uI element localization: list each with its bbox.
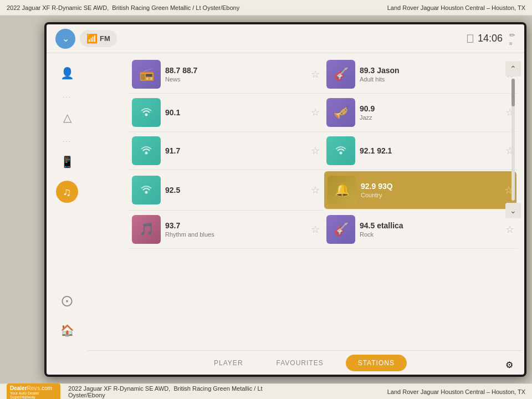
station-frequency: 89.3 Jason xyxy=(360,66,501,75)
sidebar-dots-1: ... xyxy=(63,92,71,99)
station-info: 88.7 88.7News xyxy=(165,66,306,83)
screen-bezel: ⌄ 📶 FM ⎕ 14:06 ✏ ≡ 👤 ... △ ... 📱 ♫ ⨀ 🏠 xyxy=(44,22,526,377)
settings-icon[interactable]: ⚙ xyxy=(505,360,513,370)
logo-text: Dealer xyxy=(10,385,27,391)
station-info: 94.5 etallicaRock xyxy=(360,221,501,238)
tab-stations[interactable]: STATIONS xyxy=(346,355,407,371)
scroll-up-button[interactable]: ⌃ xyxy=(505,61,521,76)
content-area: 📻88.7 88.7News☆🎸89.3 JasonAdult hits☆90.… xyxy=(88,55,522,348)
station-star-button[interactable]: ☆ xyxy=(311,184,320,196)
edit-icon[interactable]: ✏ xyxy=(509,31,515,39)
station-star-button[interactable]: ☆ xyxy=(311,145,320,157)
svg-point-0 xyxy=(145,114,148,116)
station-frequency: 90.1 xyxy=(165,108,306,117)
nav-icon[interactable]: △ xyxy=(56,106,78,129)
dealer-revs-logo: DealerRevs.com Your Auto Dealer SuperHig… xyxy=(7,383,60,400)
svg-point-3 xyxy=(145,191,148,194)
station-star-button[interactable]: ☆ xyxy=(311,106,320,119)
station-name: Jazz xyxy=(360,114,501,121)
station-frequency: 91.7 xyxy=(165,146,306,155)
station-item[interactable]: 📻88.7 88.7News☆ xyxy=(129,55,323,94)
station-star-button[interactable]: ☆ xyxy=(505,223,514,236)
station-frequency: 92.9 93Q xyxy=(361,182,500,191)
station-thumbnail: 🎺 xyxy=(326,98,355,127)
scroll-controls: ⌃ ⌄ xyxy=(505,61,521,218)
tab-favourites[interactable]: FAVOURITES xyxy=(265,355,335,371)
edit-controls: ✏ ≡ xyxy=(509,31,515,47)
station-frequency: 88.7 88.7 xyxy=(165,66,306,75)
station-info: 91.7 xyxy=(165,146,306,155)
list-icon[interactable]: ≡ xyxy=(509,40,515,47)
station-info: 90.1 xyxy=(165,108,306,117)
left-sidebar: 👤 ... △ ... 📱 ♫ ⨀ 🏠 xyxy=(49,55,85,348)
music-icon[interactable]: ♫ xyxy=(56,181,78,203)
station-thumbnail xyxy=(132,136,161,165)
station-frequency: 92.1 92.1 xyxy=(360,146,501,155)
station-star-button[interactable]: ☆ xyxy=(311,223,320,236)
station-item[interactable]: 90.1☆ xyxy=(129,94,323,132)
station-item[interactable]: 🎺90.9Jazz☆ xyxy=(323,94,518,132)
home-icon[interactable]: 🏠 xyxy=(56,319,78,341)
logo-tagline: Your Auto Dealer SuperHighway xyxy=(10,391,57,399)
fm-label: FM xyxy=(100,34,110,43)
scroll-track xyxy=(511,79,515,201)
station-item[interactable]: 🎵93.7Rhythm and blues☆ xyxy=(129,211,323,249)
station-thumbnail: 📻 xyxy=(132,60,161,89)
radio-waves-icon: 📶 xyxy=(86,33,98,44)
svg-point-2 xyxy=(340,152,342,155)
station-frequency: 90.9 xyxy=(360,104,501,113)
station-item[interactable]: 92.1 92.1☆ xyxy=(323,132,518,170)
scroll-knob[interactable] xyxy=(511,79,515,106)
logo-dot-com: .com xyxy=(40,385,52,391)
user-icon[interactable]: 👤 xyxy=(56,62,78,84)
bottom-bar: DealerRevs.com Your Auto Dealer SuperHig… xyxy=(0,383,532,399)
bottom-bar-left: DealerRevs.com Your Auto Dealer SuperHig… xyxy=(7,383,266,400)
station-info: 92.9 93QCountry xyxy=(361,182,500,198)
top-bar-title: 2022 Jaguar XF R-Dynamic SE AWD, British… xyxy=(7,4,266,11)
screen-header: ⌄ 📶 FM ⎕ 14:06 ✏ ≡ xyxy=(47,24,524,53)
station-info: 92.1 92.1 xyxy=(360,146,501,155)
svg-point-1 xyxy=(145,152,148,155)
tab-player[interactable]: PLAYER xyxy=(203,355,254,371)
station-item[interactable]: 🎸94.5 etallicaRock☆ xyxy=(323,211,518,249)
top-bar-dealer: Land Rover Jaguar Houston Central – Hous… xyxy=(266,4,525,11)
station-item[interactable]: 91.7☆ xyxy=(129,132,323,170)
station-item[interactable]: 🔔92.9 93QCountry☆ xyxy=(324,171,516,209)
station-frequency: 94.5 etallica xyxy=(360,221,501,230)
logo-text-2: Revs xyxy=(27,385,40,391)
sidebar-dots-2: ... xyxy=(63,136,71,143)
station-name: Rhythm and blues xyxy=(165,231,306,238)
bottom-tabs: PLAYER FAVOURITES STATIONS ⚙ xyxy=(88,350,522,375)
bottom-dealer: Land Rover Jaguar Houston Central – Hous… xyxy=(266,388,525,395)
apps-icon[interactable]: ⨀ xyxy=(56,289,78,311)
station-info: 90.9Jazz xyxy=(360,104,501,121)
station-info: 89.3 JasonAdult hits xyxy=(360,66,501,83)
station-item[interactable]: 🎸89.3 JasonAdult hits☆ xyxy=(323,55,518,94)
bottom-title: 2022 Jaguar XF R-Dynamic SE AWD, British… xyxy=(68,385,266,398)
station-star-button[interactable]: ☆ xyxy=(311,68,320,80)
station-info: 92.5 xyxy=(165,186,306,195)
station-name: Adult hits xyxy=(360,76,501,83)
grid-icon[interactable]: ⎕ xyxy=(467,33,473,44)
station-thumbnail: 🔔 xyxy=(328,176,356,204)
station-thumbnail: 🎸 xyxy=(326,60,355,89)
station-thumbnail: 🎸 xyxy=(326,215,355,244)
screen: ⌄ 📶 FM ⎕ 14:06 ✏ ≡ 👤 ... △ ... 📱 ♫ ⨀ 🏠 xyxy=(47,24,524,375)
station-item[interactable]: 92.5☆ xyxy=(129,170,323,211)
station-thumbnail xyxy=(326,136,355,165)
station-grid-wrapper: 📻88.7 88.7News☆🎸89.3 JasonAdult hits☆90.… xyxy=(124,55,522,348)
down-button[interactable]: ⌄ xyxy=(55,29,75,49)
phone-icon[interactable]: 📱 xyxy=(56,151,78,173)
station-info: 93.7Rhythm and blues xyxy=(165,221,306,238)
station-frequency: 92.5 xyxy=(165,186,306,195)
scroll-down-button[interactable]: ⌄ xyxy=(505,203,521,218)
clock-display: 14:06 xyxy=(478,33,503,44)
station-list: 📻88.7 88.7News☆🎸89.3 JasonAdult hits☆90.… xyxy=(124,55,522,253)
station-thumbnail: 🎵 xyxy=(132,215,161,244)
top-bar: 2022 Jaguar XF R-Dynamic SE AWD, British… xyxy=(0,0,532,16)
station-thumbnail xyxy=(132,98,161,127)
radio-mode-selector[interactable]: 📶 FM xyxy=(80,30,117,47)
station-thumbnail xyxy=(132,176,161,204)
station-name: News xyxy=(165,76,306,83)
station-frequency: 93.7 xyxy=(165,221,306,230)
